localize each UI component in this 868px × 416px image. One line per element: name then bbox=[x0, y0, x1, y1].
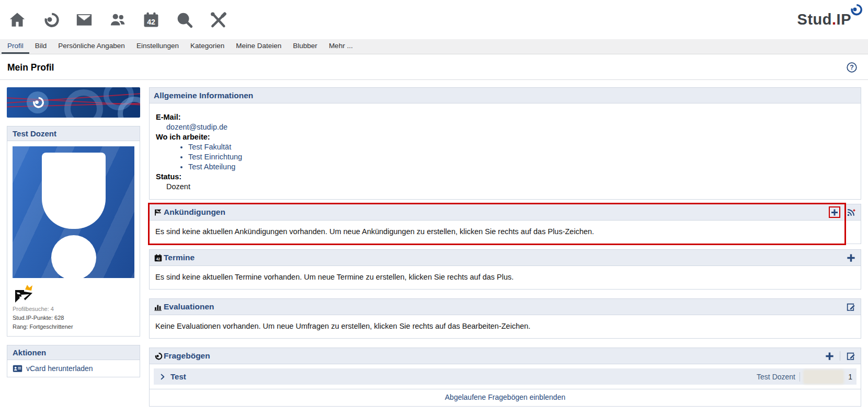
logo-dot: . bbox=[832, 11, 837, 28]
dates-calendar-icon: 42 bbox=[154, 253, 163, 262]
row-divider bbox=[800, 372, 800, 382]
tab-mehr[interactable]: Mehr ... bbox=[323, 39, 359, 54]
email-label: E-Mail: bbox=[156, 112, 854, 122]
chevron-right-icon bbox=[159, 373, 166, 380]
announcements-widget: Ankündigungen Es bbox=[149, 204, 861, 244]
add-date-button[interactable] bbox=[845, 252, 856, 263]
header-divider bbox=[840, 351, 840, 361]
tab-blubber[interactable]: Blubber bbox=[287, 39, 323, 54]
add-questionnaire-button[interactable] bbox=[824, 350, 835, 362]
logo-text-1: Stud bbox=[797, 11, 832, 28]
evaluations-title: Evaluationen bbox=[164, 302, 214, 311]
logo-swirl-icon bbox=[849, 3, 863, 17]
questionnaire-answer-count: 1 bbox=[847, 373, 852, 381]
announcements-empty-text: Es sind keine aktuellen Ankündigungen vo… bbox=[150, 221, 861, 244]
status-label: Status: bbox=[156, 172, 854, 182]
search-icon[interactable] bbox=[175, 10, 195, 30]
svg-text:?: ? bbox=[850, 64, 854, 71]
tools-icon[interactable] bbox=[208, 10, 228, 30]
stat-profile-visits: Profilbesuche: 4 bbox=[13, 305, 134, 313]
redacted-area bbox=[804, 371, 843, 383]
questionnaires-title: Fragebögen bbox=[164, 351, 210, 361]
actions-box-title: Aktionen bbox=[7, 345, 140, 360]
vcard-download-link[interactable]: vCard herunterladen bbox=[26, 364, 93, 373]
banner-swirl-icon bbox=[27, 91, 49, 113]
community-icon[interactable] bbox=[108, 10, 128, 30]
rss-feed-button[interactable] bbox=[845, 206, 856, 218]
evaluations-empty-text: Keine Evaluationen vorhanden. Um neue Um… bbox=[150, 315, 861, 338]
work-item-einrichtung[interactable]: Test Einrichtung bbox=[188, 153, 242, 161]
tab-kategorien[interactable]: Kategorien bbox=[185, 39, 230, 54]
mail-icon[interactable] bbox=[74, 10, 94, 30]
title-bar: Mein Profil ? bbox=[0, 54, 868, 80]
profile-box: Test Dozent Profilbesuc bbox=[7, 126, 140, 337]
tab-bild[interactable]: Bild bbox=[29, 39, 53, 54]
questionnaire-row-test[interactable]: Test Test Dozent 1 bbox=[154, 368, 856, 385]
status-value: Dozent bbox=[156, 182, 854, 192]
sidebar-banner-image bbox=[7, 87, 140, 118]
work-list: Test Fakultät Test Einrichtung Test Abte… bbox=[156, 142, 854, 172]
score-rank-icon[interactable] bbox=[14, 283, 36, 304]
evaluations-chart-icon bbox=[154, 303, 163, 311]
page-title: Mein Profil bbox=[7, 62, 54, 73]
profile-box-title: Test Dozent bbox=[7, 126, 140, 141]
sidebar: Test Dozent Profilbesuc bbox=[7, 87, 140, 411]
announcements-icon bbox=[154, 208, 163, 217]
work-item-fakultaet[interactable]: Test Fakultät bbox=[188, 143, 231, 151]
tab-persoenliche-angaben[interactable]: Persönliche Angaben bbox=[52, 39, 131, 54]
questionnaire-name: Test bbox=[170, 372, 186, 381]
calendar-day-number: 42 bbox=[147, 18, 155, 26]
stat-rank: Rang: Fortgeschrittener bbox=[13, 323, 134, 331]
questionnaires-widget: Fragebögen bbox=[149, 348, 861, 407]
help-icon[interactable]: ? bbox=[846, 62, 858, 73]
studip-logo[interactable]: Stud.IP bbox=[797, 11, 859, 28]
edit-questionnaires-button[interactable] bbox=[845, 350, 856, 362]
stat-studip-points: Stud.IP-Punkte: 628 bbox=[13, 314, 134, 322]
general-info-widget: Allgemeine Informationen E-Mail: dozent@… bbox=[149, 87, 861, 200]
vcard-icon bbox=[13, 365, 22, 373]
schedule-calendar-icon[interactable]: 42 bbox=[141, 10, 161, 30]
work-label: Wo ich arbeite: bbox=[156, 132, 854, 142]
courses-swirl-icon[interactable] bbox=[41, 10, 61, 30]
dates-empty-text: Es sind keine aktuellen Termine vorhande… bbox=[150, 266, 861, 289]
evaluations-widget: Evaluationen Keine Evaluationen vorhande… bbox=[149, 298, 861, 339]
show-expired-questionnaires-link[interactable]: Abgelaufene Fragebögen einblenden bbox=[445, 393, 565, 401]
top-bar: 42 Stud.IP bbox=[0, 0, 868, 39]
general-info-title: Allgemeine Informationen bbox=[154, 91, 253, 100]
tab-einstellungen[interactable]: Einstellungen bbox=[131, 39, 185, 54]
tab-meine-dateien[interactable]: Meine Dateien bbox=[230, 39, 287, 54]
profile-nav: Profil Bild Persönliche Angaben Einstell… bbox=[0, 39, 868, 54]
dates-title: Termine bbox=[164, 253, 195, 262]
svg-text:42: 42 bbox=[156, 257, 161, 261]
announcements-title: Ankündigungen bbox=[164, 207, 225, 217]
home-icon[interactable] bbox=[7, 10, 27, 30]
questionnaire-author-link[interactable]: Test Dozent bbox=[757, 373, 795, 381]
add-announcement-button[interactable] bbox=[829, 206, 840, 218]
dates-widget: 42 Termine Es sind keine aktuellen Termi… bbox=[149, 249, 861, 290]
tab-profil[interactable]: Profil bbox=[2, 39, 29, 54]
profile-avatar[interactable] bbox=[13, 146, 134, 278]
main-content: Allgemeine Informationen E-Mail: dozent@… bbox=[149, 87, 861, 411]
actions-box: Aktionen vCard herunterladen bbox=[7, 345, 140, 377]
email-link[interactable]: dozent@studip.de bbox=[166, 123, 227, 131]
edit-evaluations-button[interactable] bbox=[845, 301, 856, 313]
questionnaires-vote-icon bbox=[154, 352, 163, 361]
work-item-abteilung[interactable]: Test Abteilung bbox=[188, 163, 235, 171]
